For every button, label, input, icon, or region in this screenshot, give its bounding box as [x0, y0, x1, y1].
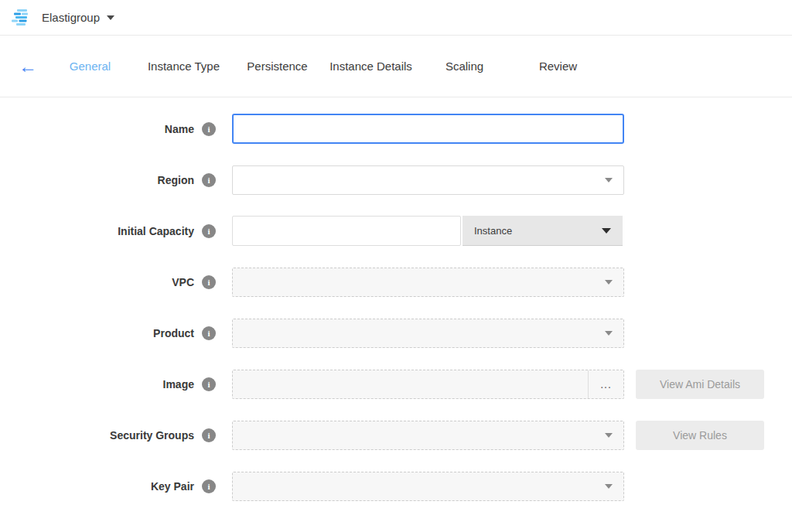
back-button[interactable]: ←	[12, 57, 43, 76]
product-info-icon[interactable]: i	[202, 326, 216, 340]
capacity-unit-select[interactable]: Instance	[463, 216, 623, 246]
key-pair-select	[232, 472, 624, 501]
view-rules-button[interactable]: View Rules	[636, 421, 764, 450]
region-label: Region	[158, 174, 194, 186]
security-groups-info-icon[interactable]: i	[202, 428, 216, 442]
view-ami-details-button[interactable]: View Ami Details	[636, 370, 764, 399]
name-label: Name	[165, 123, 194, 135]
image-info-icon[interactable]: i	[202, 377, 216, 391]
chevron-down-icon	[605, 433, 613, 438]
chevron-down-icon	[602, 228, 611, 234]
security-groups-select	[232, 421, 624, 450]
tab-scaling[interactable]: Scaling	[418, 60, 511, 73]
tab-instance-type[interactable]: Instance Type	[137, 60, 230, 73]
chevron-down-icon	[107, 15, 114, 20]
initial-capacity-info-icon[interactable]: i	[202, 224, 216, 238]
region-info-icon[interactable]: i	[202, 173, 216, 187]
product-select	[232, 319, 624, 348]
name-info-icon[interactable]: i	[202, 122, 216, 136]
image-row: Image i ... View Ami Details	[0, 369, 792, 399]
general-settings-form: Name i Region i Initial Capacity i Inst	[0, 97, 792, 501]
vpc-label: VPC	[172, 276, 194, 288]
region-select[interactable]	[232, 165, 624, 195]
top-app-bar: Elastigroup	[0, 0, 792, 36]
vpc-info-icon[interactable]: i	[202, 275, 216, 289]
wizard-tabs: General Instance Type Persistence Instan…	[43, 60, 605, 73]
vpc-select	[232, 268, 624, 297]
key-pair-label: Key Pair	[151, 480, 194, 493]
region-row: Region i	[0, 165, 792, 195]
elastigroup-logo-icon	[12, 9, 32, 26]
name-input[interactable]	[232, 114, 624, 144]
tab-instance-details[interactable]: Instance Details	[324, 60, 418, 73]
security-groups-row: Security Groups i View Rules	[0, 420, 792, 450]
key-pair-info-icon[interactable]: i	[202, 479, 216, 493]
app-name: Elastigroup	[42, 11, 100, 24]
tab-general[interactable]: General	[43, 60, 137, 73]
security-groups-label: Security Groups	[110, 429, 194, 442]
wizard-tab-bar: ← General Instance Type Persistence Inst…	[0, 36, 792, 97]
initial-capacity-label: Initial Capacity	[118, 225, 194, 237]
chevron-down-icon	[605, 331, 613, 336]
initial-capacity-row: Initial Capacity i Instance	[0, 216, 792, 246]
image-input: ...	[232, 370, 624, 399]
key-pair-row: Key Pair i	[0, 471, 792, 501]
image-label: Image	[163, 378, 194, 390]
product-row: Product i	[0, 318, 792, 348]
tab-persistence[interactable]: Persistence	[230, 60, 324, 73]
capacity-unit-value: Instance	[474, 225, 512, 237]
app-switcher[interactable]: Elastigroup	[12, 9, 114, 26]
name-row: Name i	[0, 114, 792, 144]
tab-review[interactable]: Review	[511, 60, 605, 73]
chevron-down-icon	[605, 280, 613, 285]
chevron-down-icon	[605, 178, 613, 182]
product-label: Product	[153, 327, 194, 339]
image-browse-button[interactable]: ...	[588, 370, 623, 398]
chevron-down-icon	[605, 484, 613, 489]
initial-capacity-input[interactable]	[232, 216, 461, 246]
vpc-row: VPC i	[0, 267, 792, 297]
